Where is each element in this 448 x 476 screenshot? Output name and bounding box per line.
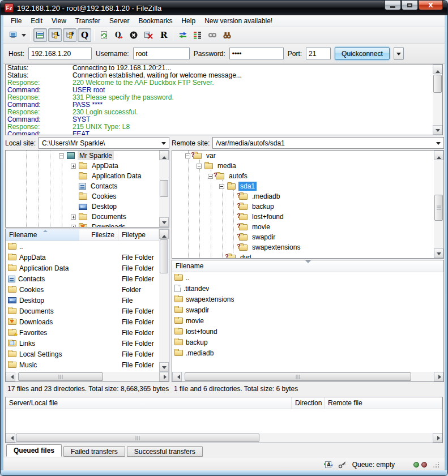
find-files-button[interactable] — [220, 28, 234, 42]
directory-comparison-button[interactable] — [191, 28, 204, 42]
scrollbar-thumb[interactable] — [160, 180, 168, 197]
tab-failed-transfers[interactable]: Failed transfers — [63, 446, 125, 457]
password-input[interactable] — [229, 48, 284, 59]
file-row[interactable]: Local SettingsFile Folder — [6, 349, 159, 359]
local-list-horizontal-scrollbar[interactable] — [6, 372, 169, 381]
file-row[interactable]: lost+found — [172, 326, 443, 337]
reconnect-button[interactable]: R — [156, 28, 170, 42]
quickconnect-dropdown-button[interactable] — [394, 47, 404, 60]
collapse-expander-icon[interactable] — [197, 164, 202, 169]
menu-server[interactable]: Server — [105, 16, 134, 26]
tab-queued-files[interactable]: Queued files — [6, 444, 62, 457]
file-row[interactable]: AppDataFile Folder — [6, 252, 159, 263]
collapse-expander-icon[interactable] — [59, 153, 64, 158]
remote-list-horizontal-scrollbar[interactable] — [172, 372, 443, 381]
file-row[interactable]: DocumentsFile Folder — [6, 306, 159, 316]
file-row[interactable]: .. — [172, 272, 443, 283]
file-row[interactable]: MusicFile Folder — [6, 359, 159, 370]
tree-item[interactable]: Desktop — [6, 201, 159, 212]
expand-expander-icon[interactable] — [71, 164, 76, 169]
title-bar[interactable]: Fz 192.168.1.20 - root@192.168.1.20 - Fi… — [1, 1, 447, 15]
close-button[interactable]: X — [419, 1, 443, 10]
expand-expander-icon[interactable] — [71, 215, 76, 220]
username-input[interactable] — [133, 48, 190, 59]
remote-directory-tree[interactable]: var media autofs sda1 .mediadb backup lo… — [172, 150, 444, 259]
column-header-filetype[interactable]: Filetype — [118, 229, 159, 241]
refresh-button[interactable] — [97, 28, 111, 42]
remote-tree-vertical-scrollbar[interactable] — [434, 151, 443, 258]
maximize-button[interactable] — [402, 1, 418, 10]
site-manager-button[interactable] — [7, 28, 20, 42]
file-row[interactable]: Application DataFile Folder — [6, 263, 159, 273]
tree-item[interactable]: movie — [172, 222, 434, 232]
host-input[interactable] — [28, 48, 92, 59]
local-path-combobox[interactable]: C:\Users\Mr Sparkle\ — [39, 137, 169, 149]
message-log[interactable]: Status:Connecting to 192.168.1.20:21... … — [5, 64, 443, 135]
menu-edit[interactable]: Edit — [26, 16, 47, 26]
file-row[interactable]: swapdir — [172, 305, 443, 315]
menu-new-version[interactable]: New version available! — [200, 16, 277, 26]
tree-item[interactable]: Documents — [6, 212, 159, 222]
scroll-right-arrow[interactable] — [433, 433, 442, 443]
file-row[interactable]: .. — [6, 241, 159, 252]
log-vertical-scrollbar[interactable] — [433, 65, 442, 135]
scroll-down-arrow[interactable] — [159, 217, 169, 227]
scroll-down-arrow[interactable] — [434, 248, 443, 258]
file-row[interactable]: ContactsFile Folder — [6, 273, 159, 284]
collapse-expander-icon[interactable] — [208, 174, 213, 179]
menu-transfer[interactable]: Transfer — [71, 16, 105, 26]
synchronized-browsing-button[interactable] — [176, 28, 190, 42]
local-file-list[interactable]: Filename Filesize Filetype .. AppDataFil… — [5, 229, 169, 382]
menu-help[interactable]: Help — [177, 16, 200, 26]
file-row[interactable]: FavoritesFile Folder — [6, 327, 159, 338]
port-input[interactable] — [306, 48, 331, 59]
scrollbar-thumb[interactable] — [185, 372, 411, 381]
menu-bookmarks[interactable]: Bookmarks — [134, 16, 177, 26]
disconnect-button[interactable] — [142, 28, 155, 42]
remote-file-list[interactable]: Filename .. .titandev swapextensions swa… — [172, 260, 444, 382]
toggle-remote-tree-button[interactable]: F — [63, 28, 76, 42]
file-row[interactable]: LinksFile Folder — [6, 338, 159, 349]
expand-expander-icon[interactable] — [71, 225, 76, 228]
tree-item[interactable]: lost+found — [172, 212, 434, 222]
file-row[interactable]: .mediadb — [172, 348, 443, 358]
local-tree-vertical-scrollbar[interactable] — [159, 151, 169, 227]
tree-item[interactable]: swapextensions — [172, 242, 434, 252]
cancel-operation-button[interactable] — [127, 28, 140, 42]
tree-item[interactable]: var — [172, 151, 434, 161]
tree-item[interactable]: AppData — [6, 161, 159, 171]
menu-view[interactable]: View — [47, 16, 71, 26]
file-row[interactable]: movie — [172, 315, 443, 326]
queue-horizontal-scrollbar[interactable] — [6, 433, 442, 443]
minimize-button[interactable] — [385, 1, 401, 10]
tree-item[interactable]: Mr Sparkle — [6, 151, 159, 161]
tree-item[interactable]: Cookies — [6, 191, 159, 201]
file-row[interactable]: swapextensions — [172, 294, 443, 305]
file-row[interactable]: DownloadsFile Folder — [6, 316, 159, 327]
tree-item[interactable]: backup — [172, 201, 434, 212]
tree-item[interactable]: dvd — [172, 252, 434, 259]
toggle-queue-button[interactable]: Q — [78, 28, 91, 42]
tab-successful-transfers[interactable]: Successful transfers — [127, 446, 203, 457]
local-list-vertical-scrollbar[interactable] — [159, 229, 169, 372]
tree-item[interactable]: Application Data — [6, 171, 159, 181]
column-header-server-local-file[interactable]: Server/Local file — [6, 397, 292, 409]
scroll-left-arrow[interactable] — [6, 433, 15, 443]
remote-path-combobox[interactable]: /var/media/autofs/sda1 — [212, 137, 444, 149]
tree-item[interactable]: swapdir — [172, 232, 434, 242]
scroll-left-arrow[interactable] — [6, 372, 15, 381]
collapse-expander-icon[interactable] — [219, 184, 224, 189]
tree-item[interactable]: Downloads — [6, 222, 159, 228]
column-header-remote-file[interactable]: Remote file — [325, 397, 442, 409]
scroll-up-arrow[interactable] — [159, 151, 169, 160]
process-queue-button[interactable]: Q — [112, 28, 126, 42]
directory-listing-filters-button[interactable] — [206, 28, 219, 42]
tree-item[interactable]: autofs — [172, 171, 434, 181]
tree-item[interactable]: Contacts — [6, 181, 159, 191]
scroll-left-arrow[interactable] — [172, 372, 182, 381]
tree-item[interactable]: .mediadb — [172, 191, 434, 201]
column-header-filename[interactable]: Filename — [172, 260, 443, 272]
file-row[interactable]: backup — [172, 337, 443, 348]
scroll-down-arrow[interactable] — [159, 362, 169, 372]
scroll-right-arrow[interactable] — [434, 372, 443, 381]
